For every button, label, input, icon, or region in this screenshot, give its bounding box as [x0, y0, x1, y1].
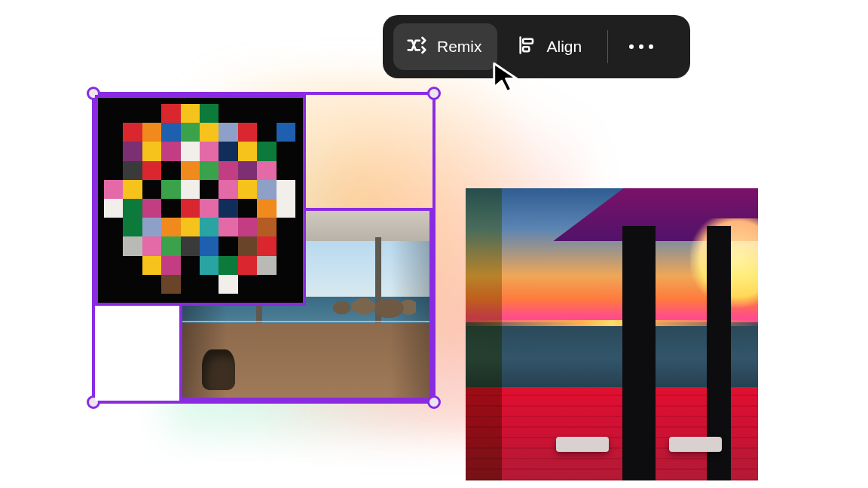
toolbar-divider: [607, 30, 608, 63]
mosaic-grid: [104, 104, 295, 294]
remix-label: Remix: [437, 38, 482, 56]
resize-handle-br[interactable]: [427, 395, 441, 409]
svg-rect-2: [523, 47, 529, 51]
image-tile-mosaic[interactable]: [95, 95, 306, 306]
align-icon: [517, 35, 538, 59]
remix-button[interactable]: Remix: [393, 23, 497, 70]
svg-rect-1: [523, 38, 533, 43]
context-toolbar: Remix Align: [383, 15, 690, 78]
more-button[interactable]: [619, 23, 664, 70]
empty-cell: [95, 306, 179, 401]
more-icon: [629, 44, 653, 49]
align-label: Align: [547, 38, 582, 56]
align-button[interactable]: Align: [505, 23, 598, 70]
generated-image-sunset[interactable]: [466, 188, 758, 480]
remix-icon: [405, 34, 428, 60]
selection-frame[interactable]: [92, 92, 436, 404]
resize-handle-tr[interactable]: [427, 87, 441, 100]
